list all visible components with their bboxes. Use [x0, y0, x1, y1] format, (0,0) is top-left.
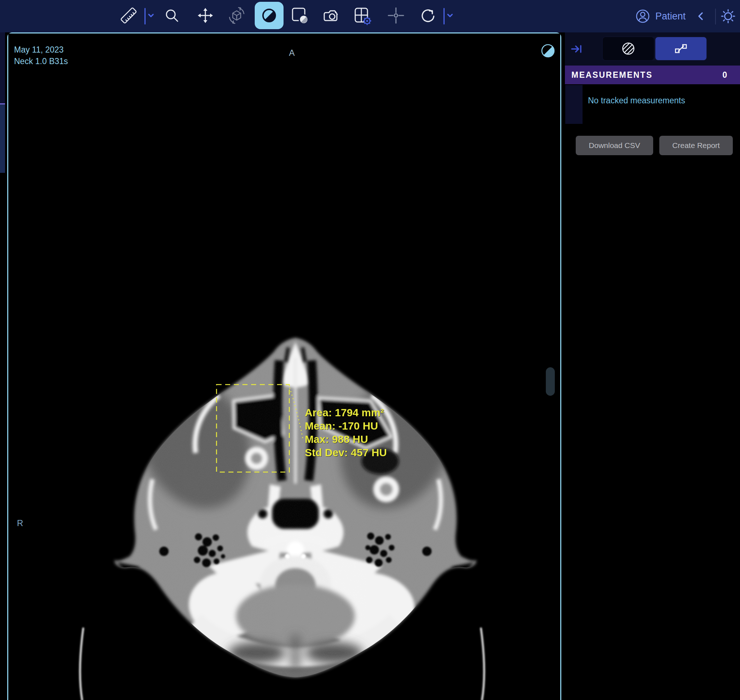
ct-axial-image: Area: 1794 mm² Mean: -170 HU Max: 988 HU… — [8, 34, 560, 700]
segmentation-hatched-circle-icon — [621, 41, 635, 56]
arrow-to-right-icon — [570, 43, 582, 55]
settings-button[interactable] — [723, 6, 734, 26]
image-viewport[interactable]: Area: 1794 mm² Mean: -170 HU Max: 988 HU… — [7, 32, 561, 700]
chevron-left-icon — [696, 11, 705, 22]
magnifier-icon — [163, 7, 180, 24]
more-tools-chevron[interactable] — [445, 5, 455, 26]
left-panel-active-thumbnail-rail[interactable] — [0, 103, 5, 173]
pan-tool-button[interactable] — [195, 5, 215, 26]
patient-collapse-chevron[interactable] — [695, 6, 706, 26]
cube-rotate-icon — [227, 6, 246, 25]
window-region-icon — [290, 6, 309, 25]
stack-scrollbar-thumb[interactable] — [546, 367, 555, 396]
roi-stat-area[interactable]: Area: 1794 mm² — [305, 407, 384, 418]
length-measurement-icon — [674, 41, 688, 56]
window-level-tool-button[interactable] — [255, 2, 283, 29]
create-report-button[interactable]: Create Report — [659, 136, 733, 155]
left-panel-collapsed-rail[interactable] — [0, 32, 5, 103]
measurements-list-gutter — [565, 85, 582, 124]
right-panel-tabs — [602, 36, 707, 61]
study-date-label: May 11, 2023 — [14, 44, 64, 55]
ruler-icon — [119, 6, 138, 25]
crosshairs-tool-button[interactable] — [386, 5, 406, 26]
measurements-count-badge: 0 — [722, 70, 740, 80]
layout-grid-gear-icon — [353, 6, 372, 25]
collapse-panel-button[interactable] — [569, 41, 584, 57]
toolbar-right-divider — [715, 9, 716, 25]
orientation-marker-anterior: A — [289, 48, 295, 58]
main-toolbar: Patient — [0, 0, 740, 32]
series-description-label: Neck 1.0 B31s — [14, 56, 68, 67]
camera-icon — [323, 6, 342, 25]
measure-tool-button[interactable] — [118, 5, 139, 26]
user-avatar-icon — [635, 9, 650, 24]
tab-measurements[interactable] — [655, 37, 706, 60]
window-region-tool-button[interactable] — [290, 5, 310, 26]
right-panel-topbar — [565, 32, 740, 66]
empty-measurements-message: No tracked measurements — [588, 96, 685, 106]
measure-dropdown-chevron[interactable] — [146, 5, 156, 26]
rotate-3d-tool-button[interactable] — [227, 5, 247, 26]
reset-circular-arrow-icon — [419, 6, 437, 25]
orientation-marker-right: R — [17, 518, 23, 528]
window-level-indicator-icon — [540, 43, 556, 59]
chevron-down-icon — [147, 12, 155, 19]
patient-label: Patient — [655, 11, 685, 22]
patient-menu-button[interactable]: Patient — [635, 0, 685, 32]
tab-segmentation[interactable] — [603, 37, 654, 60]
chevron-down-icon — [446, 12, 454, 19]
roi-stat-max[interactable]: Max: 988 HU — [305, 433, 368, 445]
measurements-panel: MEASUREMENTS 0 No tracked measurements D… — [565, 32, 740, 700]
reset-view-button[interactable] — [418, 5, 438, 26]
measurements-header: MEASUREMENTS 0 — [565, 66, 740, 84]
roi-stat-mean[interactable]: Mean: -170 HU — [305, 420, 378, 432]
gear-icon — [720, 8, 736, 25]
roi-stat-stddev[interactable]: Std Dev: 457 HU — [305, 447, 387, 458]
pan-arrows-icon — [196, 6, 214, 25]
download-csv-button[interactable]: Download CSV — [576, 136, 653, 155]
zoom-tool-button[interactable] — [162, 5, 182, 26]
capture-tool-button[interactable] — [323, 5, 343, 26]
window-level-icon — [261, 7, 278, 24]
measurements-title: MEASUREMENTS — [565, 70, 653, 80]
crosshairs-icon — [386, 6, 405, 25]
app-window: Patient — [0, 0, 740, 700]
layout-tool-button[interactable] — [352, 5, 373, 26]
